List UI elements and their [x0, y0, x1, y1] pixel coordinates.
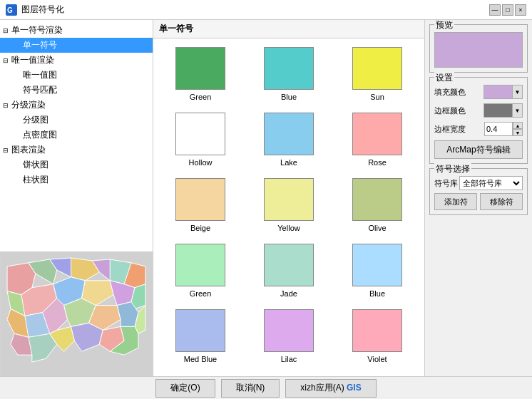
- tree-item-bar-chart[interactable]: 柱状图: [0, 172, 153, 187]
- title-bar-controls[interactable]: — □ ×: [489, 4, 526, 16]
- symbol-label-blue: Blue: [281, 93, 297, 101]
- tree-item-dot-density[interactable]: 点密度图: [0, 128, 153, 142]
- symbol-swatch-green2: [175, 244, 225, 286]
- border-color-label: 边框颜色: [434, 105, 466, 116]
- library-select[interactable]: 全部符号库: [459, 176, 523, 190]
- symbol-label-lilac: Lilac: [281, 355, 297, 363]
- app-icon: G: [6, 4, 17, 16]
- map-preview: [0, 252, 153, 376]
- symbol-item-lake[interactable]: Lake: [247, 110, 330, 170]
- symbol-swatch-beige: [175, 178, 225, 221]
- symbol-swatch-rose: [352, 113, 402, 155]
- spin-buttons: ▲ ▼: [513, 122, 523, 136]
- apply-button[interactable]: xizh应用(A) GIS: [285, 379, 376, 398]
- tree-label: 单一符号: [23, 39, 57, 51]
- fill-color-swatch: [484, 86, 512, 98]
- tree-toggle: ⊟: [3, 147, 10, 154]
- tree-item-symbol-match[interactable]: 符号匹配: [0, 83, 153, 98]
- tree-item-single-symbol[interactable]: 单一符号: [0, 38, 153, 53]
- tree-label: 符号匹配: [23, 84, 57, 96]
- fill-color-row: 填充颜色 ▼: [434, 85, 523, 99]
- tree-toggle: ⊟: [3, 102, 10, 109]
- border-color-arrow[interactable]: ▼: [512, 104, 522, 117]
- symbol-swatch-blue: [264, 47, 314, 90]
- tree-item-class-renderer[interactable]: ⊟分级渲染: [0, 98, 153, 113]
- tree-area: ⊟单一符号渲染单一符号⊟唯一值渲染唯一值图符号匹配⊟分级渲染分级图点密度图⊟图表…: [0, 20, 153, 252]
- arcmap-edit-button[interactable]: ArcMap符号编辑: [434, 140, 523, 159]
- remove-symbol-button[interactable]: 移除符: [480, 193, 523, 210]
- settings-title: 设置: [434, 72, 454, 84]
- fill-color-label: 填充颜色: [434, 87, 466, 98]
- symbol-select-title: 符号选择: [434, 163, 471, 175]
- fill-color-picker[interactable]: ▼: [484, 85, 523, 99]
- tree-label: 柱状图: [23, 174, 48, 186]
- symbol-swatch-lake: [264, 113, 314, 155]
- preview-group: 预览: [429, 24, 528, 73]
- symbol-item-medblue[interactable]: Med Blue: [159, 306, 242, 366]
- symbol-item-green[interactable]: Green: [159, 44, 242, 104]
- symbol-label-green2: Green: [190, 289, 212, 298]
- symbol-item-violet[interactable]: Violet: [336, 306, 419, 366]
- close-button[interactable]: ×: [515, 4, 526, 16]
- symbol-swatch-hollow: [175, 113, 225, 155]
- main-content: ⊟单一符号渲染单一符号⊟唯一值渲染唯一值图符号匹配⊟分级渲染分级图点密度图⊟图表…: [0, 20, 532, 376]
- symbol-label-hollow: Hollow: [188, 158, 212, 167]
- add-symbol-button[interactable]: 添加符: [434, 193, 477, 210]
- spin-down-button[interactable]: ▼: [513, 129, 523, 136]
- symbol-item-yellow[interactable]: Yellow: [247, 175, 330, 235]
- minimize-button[interactable]: —: [489, 4, 501, 16]
- confirm-button[interactable]: 确定(O): [155, 379, 215, 398]
- symbol-item-jade[interactable]: Jade: [247, 241, 330, 301]
- border-color-row: 边框颜色 ▼: [434, 103, 523, 118]
- library-row: 符号库 全部符号库: [434, 176, 523, 190]
- symbol-swatch-violet: [352, 309, 402, 352]
- tree-item-chart-renderer[interactable]: ⊟图表渲染: [0, 142, 153, 157]
- symbol-item-sun[interactable]: Sun: [336, 44, 419, 104]
- symbol-item-beige[interactable]: Beige: [159, 175, 242, 235]
- bottom-bar: 确定(O) 取消(N) xizh应用(A) GIS: [0, 376, 532, 399]
- fill-color-arrow[interactable]: ▼: [512, 86, 522, 98]
- tree-item-unique-renderer[interactable]: ⊟唯一值渲染: [0, 53, 153, 68]
- border-color-picker[interactable]: ▼: [484, 103, 523, 118]
- symbol-item-hollow[interactable]: Hollow: [159, 110, 242, 170]
- symbol-label-olive: Olive: [368, 224, 386, 232]
- symbol-swatch-green: [175, 47, 225, 90]
- symbol-label-green: Green: [190, 93, 212, 101]
- border-width-label: 边框宽度: [434, 124, 466, 135]
- title-bar: G 图层符号化 — □ ×: [0, 0, 532, 20]
- spin-up-button[interactable]: ▲: [513, 122, 523, 129]
- maximize-button[interactable]: □: [502, 4, 513, 16]
- tree-item-single-renderer[interactable]: ⊟单一符号渲染: [0, 23, 153, 38]
- library-label: 符号库: [434, 178, 458, 189]
- symbol-action-row: 添加符 移除符: [434, 193, 523, 210]
- symbol-item-blue[interactable]: Blue: [247, 44, 330, 104]
- symbol-grid-container[interactable]: Green Blue Sun Hollow Lake Rose Beige Ye…: [153, 38, 424, 376]
- symbol-item-olive[interactable]: Olive: [336, 175, 419, 235]
- symbol-label-rose: Rose: [368, 158, 387, 167]
- tree-item-pie-chart[interactable]: 饼状图: [0, 157, 153, 172]
- tree-item-class-map[interactable]: 分级图: [0, 113, 153, 128]
- symbol-item-lilac[interactable]: Lilac: [247, 306, 330, 366]
- border-width-input[interactable]: 0.4: [484, 122, 513, 136]
- symbol-label-sun: Sun: [370, 93, 384, 101]
- symbol-label-lake: Lake: [280, 158, 297, 167]
- cancel-button[interactable]: 取消(N): [221, 379, 280, 398]
- tree-toggle: ⊟: [3, 57, 10, 64]
- preview-title: 预览: [434, 20, 454, 31]
- symbol-grid: Green Blue Sun Hollow Lake Rose Beige Ye…: [159, 44, 419, 366]
- symbol-item-rose[interactable]: Rose: [336, 110, 419, 170]
- symbol-label-beige: Beige: [190, 224, 210, 232]
- symbol-swatch-medblue: [175, 309, 225, 352]
- apply-label: xizh应用(A): [300, 383, 344, 393]
- brand-text: GIS: [347, 383, 362, 393]
- symbol-item-blue2[interactable]: Blue: [336, 241, 419, 301]
- symbol-swatch-olive: [352, 178, 402, 221]
- tree-label: 唯一值图: [23, 69, 57, 81]
- border-color-swatch: [484, 104, 512, 117]
- tree-item-unique-value-map[interactable]: 唯一值图: [0, 68, 153, 83]
- tree-toggle: ⊟: [3, 27, 10, 34]
- symbol-swatch-sun: [352, 47, 402, 90]
- symbol-item-green2[interactable]: Green: [159, 241, 242, 301]
- middle-panel: 单一符号 Green Blue Sun Hollow Lake Rose Bei…: [153, 20, 425, 376]
- window-title: 图层符号化: [21, 4, 64, 16]
